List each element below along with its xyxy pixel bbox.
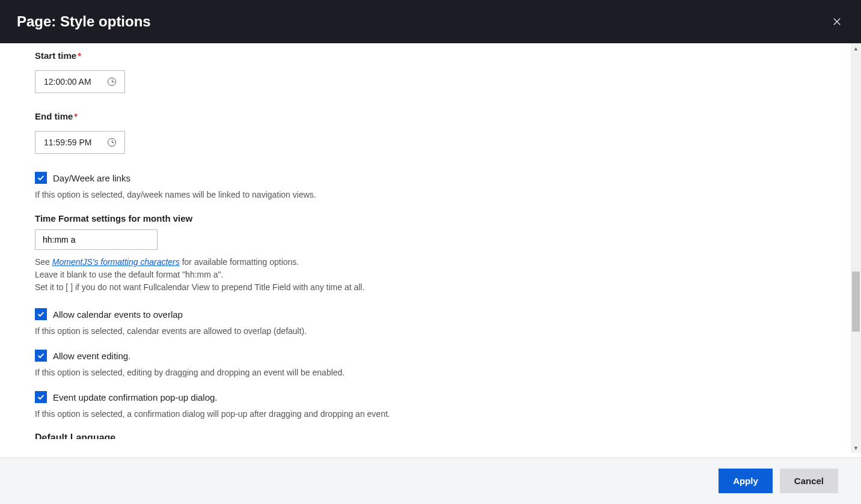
- time-format-help: See MomentJS's formatting characters for…: [35, 256, 801, 294]
- allow-editing-help: If this option is selected, editing by d…: [35, 366, 801, 379]
- start-time-field: Start time* 12:00:00 AM: [35, 50, 801, 93]
- end-time-label: End time*: [35, 111, 801, 121]
- clock-icon: [108, 138, 116, 147]
- required-star: *: [74, 111, 78, 121]
- close-button[interactable]: [830, 14, 844, 29]
- scrollbar[interactable]: ▲ ▼: [851, 43, 861, 453]
- default-language-label: Default Language: [35, 433, 801, 439]
- time-format-label: Time Format settings for month view: [35, 213, 801, 223]
- style-options-modal: Page: Style options Start time* 12:00:00…: [0, 0, 861, 504]
- confirm-popup-label: Event update confirmation pop-up dialog.: [53, 392, 218, 402]
- allow-overlap-help: If this option is selected, calendar eve…: [35, 325, 801, 338]
- required-star: *: [78, 50, 81, 61]
- time-format-input[interactable]: [35, 229, 158, 250]
- check-icon: [37, 174, 45, 182]
- allow-overlap-checkbox[interactable]: [35, 308, 47, 320]
- start-time-label: Start time*: [35, 50, 801, 61]
- scroll-down-arrow[interactable]: ▼: [851, 443, 861, 453]
- check-icon: [37, 351, 45, 360]
- check-icon: [37, 393, 45, 401]
- day-week-links-row: Day/Week are links: [35, 172, 801, 184]
- end-time-input[interactable]: 11:59:59 PM: [35, 131, 125, 154]
- scroll-thumb[interactable]: [852, 272, 860, 332]
- start-time-input[interactable]: 12:00:00 AM: [35, 70, 125, 93]
- clock-icon: [108, 77, 116, 86]
- allow-editing-checkbox[interactable]: [35, 350, 47, 362]
- confirm-popup-checkbox[interactable]: [35, 391, 47, 403]
- day-week-links-help: If this option is selected, day/week nam…: [35, 189, 801, 201]
- confirm-popup-row: Event update confirmation pop-up dialog.: [35, 391, 801, 403]
- day-week-links-checkbox[interactable]: [35, 172, 47, 184]
- cancel-button[interactable]: Cancel: [780, 469, 838, 493]
- modal-body[interactable]: Start time* 12:00:00 AM End time* 11:59:…: [0, 43, 861, 457]
- allow-editing-row: Allow event editing.: [35, 350, 801, 362]
- apply-button[interactable]: Apply: [719, 469, 773, 493]
- check-icon: [37, 310, 45, 318]
- day-week-links-label: Day/Week are links: [53, 173, 130, 183]
- confirm-popup-help: If this option is selected, a confirmati…: [35, 408, 801, 421]
- allow-overlap-row: Allow calendar events to overlap: [35, 308, 801, 320]
- modal-header: Page: Style options: [0, 0, 861, 43]
- modal-title: Page: Style options: [17, 13, 151, 30]
- allow-editing-label: Allow event editing.: [53, 351, 130, 361]
- modal-footer: Apply Cancel: [0, 457, 861, 504]
- allow-overlap-label: Allow calendar events to overlap: [53, 309, 183, 320]
- end-time-field: End time* 11:59:59 PM: [35, 111, 801, 154]
- scroll-up-arrow[interactable]: ▲: [851, 43, 861, 53]
- momentjs-link[interactable]: MomentJS's formatting characters: [52, 257, 180, 267]
- close-icon: [832, 16, 842, 27]
